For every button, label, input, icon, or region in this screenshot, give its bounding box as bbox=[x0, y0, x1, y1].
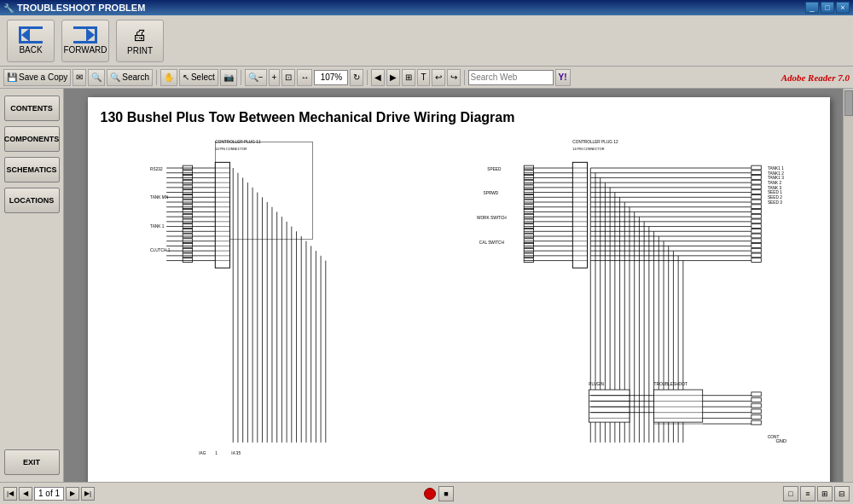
svg-text:TANK1 3: TANK1 3 bbox=[767, 176, 783, 180]
svg-rect-114 bbox=[524, 165, 533, 170]
svg-rect-250 bbox=[751, 392, 760, 397]
search-label: Search bbox=[122, 72, 149, 82]
svg-rect-32 bbox=[183, 200, 192, 204]
zoom-out-small-button[interactable]: 🔍 bbox=[88, 69, 105, 86]
email-button[interactable]: ✉ bbox=[73, 69, 86, 86]
contents-button[interactable]: CONTENTS bbox=[4, 96, 60, 121]
zoom-input[interactable] bbox=[314, 70, 348, 85]
fit-page-button[interactable]: ⊡ bbox=[281, 69, 295, 86]
locations-button[interactable]: LOCATIONS bbox=[4, 188, 60, 213]
page-number-input[interactable] bbox=[34, 487, 64, 501]
select-label: Select bbox=[191, 72, 215, 82]
print-button[interactable]: 🖨 PRINT bbox=[116, 20, 164, 62]
forward-label: FORWARD bbox=[63, 45, 107, 55]
svg-text:TANK 1: TANK 1 bbox=[150, 224, 165, 229]
scrollbar-thumb[interactable] bbox=[844, 90, 853, 116]
titlebar: 🔧 TROUBLESHOOT PROBLEM _ □ × bbox=[0, 0, 853, 15]
svg-rect-155 bbox=[751, 165, 760, 170]
record-button[interactable] bbox=[424, 488, 436, 500]
svg-rect-133 bbox=[524, 258, 533, 263]
facing-button[interactable]: ⊞ bbox=[817, 486, 833, 501]
hand-tool-button[interactable]: ✋ bbox=[160, 69, 177, 86]
back-arrow-icon bbox=[19, 26, 43, 43]
close-button[interactable]: × bbox=[836, 2, 850, 14]
separator-3 bbox=[367, 70, 368, 85]
next-page-btn[interactable]: ▶ bbox=[386, 69, 400, 86]
exit-button[interactable]: EXIT bbox=[4, 449, 60, 475]
svg-rect-124 bbox=[524, 214, 533, 218]
svg-text:SEED 1: SEED 1 bbox=[767, 190, 781, 194]
svg-rect-163 bbox=[751, 205, 760, 209]
single-page-button[interactable]: □ bbox=[783, 486, 798, 501]
yahoo-button[interactable]: Y! bbox=[555, 69, 571, 86]
svg-rect-173 bbox=[751, 253, 760, 258]
maximize-button[interactable]: □ bbox=[821, 2, 834, 14]
svg-rect-172 bbox=[751, 248, 760, 252]
next-page-button[interactable]: ▶ bbox=[66, 487, 79, 501]
svg-text:TANK 2: TANK 2 bbox=[767, 181, 781, 185]
continuous-facing-button[interactable]: ⊟ bbox=[834, 486, 850, 501]
rotate-button[interactable]: ↻ bbox=[350, 69, 363, 86]
vertical-scrollbar[interactable] bbox=[843, 89, 853, 482]
svg-rect-30 bbox=[183, 190, 192, 194]
svg-rect-166 bbox=[751, 219, 760, 223]
stop-button[interactable]: ■ bbox=[438, 486, 454, 501]
redo-button[interactable]: ↪ bbox=[447, 69, 461, 86]
snapshot-button[interactable]: 📷 bbox=[220, 69, 237, 86]
svg-rect-224 bbox=[589, 390, 630, 422]
select-button[interactable]: ↖ Select bbox=[179, 69, 218, 86]
svg-rect-255 bbox=[751, 420, 760, 425]
sidebar-bottom: EXIT bbox=[4, 449, 60, 475]
svg-rect-174 bbox=[751, 258, 760, 263]
crop-button[interactable]: ⊞ bbox=[402, 69, 415, 86]
text-select-button[interactable]: T bbox=[417, 69, 429, 86]
svg-rect-164 bbox=[751, 210, 760, 214]
continuous-page-button[interactable]: ≡ bbox=[800, 486, 815, 501]
svg-rect-162 bbox=[751, 200, 760, 204]
save-copy-button[interactable]: 💾 Save a Copy bbox=[3, 69, 71, 86]
svg-rect-134 bbox=[572, 162, 587, 268]
search-web-input[interactable] bbox=[468, 70, 554, 85]
forward-button[interactable]: FORWARD bbox=[61, 20, 109, 62]
titlebar-title: TROUBLESHOOT PROBLEM bbox=[17, 3, 145, 13]
prev-page-btn[interactable]: ◀ bbox=[371, 69, 385, 86]
search-button[interactable]: 🔍 Search bbox=[107, 69, 153, 86]
titlebar-controls: _ □ × bbox=[805, 2, 850, 14]
svg-text:CONT: CONT bbox=[767, 435, 779, 439]
svg-rect-128 bbox=[524, 234, 533, 238]
svg-rect-171 bbox=[751, 244, 760, 248]
titlebar-left: 🔧 TROUBLESHOOT PROBLEM bbox=[3, 3, 145, 13]
prev-page-button[interactable]: ◀ bbox=[19, 487, 32, 501]
wiring-diagram: RS232 TANK MN TANK 1 CLUTCH 1 bbox=[101, 134, 817, 475]
separator-4 bbox=[464, 70, 465, 85]
svg-rect-27 bbox=[183, 176, 192, 180]
fit-width-button[interactable]: ↔ bbox=[297, 69, 312, 86]
svg-rect-36 bbox=[183, 219, 192, 223]
undo-button[interactable]: ↩ bbox=[432, 69, 445, 86]
svg-rect-44 bbox=[183, 258, 192, 263]
pdf-page: 130 Bushel Plus Tow Between Mechanical D… bbox=[88, 97, 830, 482]
schematics-button[interactable]: SCHEMATICS bbox=[4, 157, 60, 182]
save-copy-label: Save a Copy bbox=[19, 72, 67, 82]
svg-text:CLUTCH 1: CLUTCH 1 bbox=[150, 248, 171, 252]
components-button[interactable]: COMPONENTS bbox=[4, 126, 60, 152]
svg-rect-25 bbox=[183, 165, 192, 170]
zoom-in-button[interactable]: + bbox=[269, 69, 281, 86]
save-icon: 💾 bbox=[7, 72, 17, 82]
svg-rect-42 bbox=[183, 248, 192, 252]
svg-rect-132 bbox=[524, 253, 533, 258]
adobe-reader-logo: Adobe Reader 7.0 bbox=[781, 72, 850, 83]
minimize-button[interactable]: _ bbox=[805, 2, 819, 14]
svg-text:TANK1 1: TANK1 1 bbox=[767, 166, 783, 171]
pdf-viewer-area[interactable]: 130 Bushel Plus Tow Between Mechanical D… bbox=[64, 89, 853, 482]
first-page-button[interactable]: |◀ bbox=[3, 487, 17, 501]
zoom-out-button[interactable]: 🔍− bbox=[245, 69, 267, 86]
svg-text:SPEED: SPEED bbox=[487, 167, 502, 171]
back-button[interactable]: BACK bbox=[7, 20, 55, 62]
last-page-button[interactable]: ▶| bbox=[81, 487, 95, 501]
svg-rect-117 bbox=[524, 180, 533, 184]
svg-text:WORK SWITCH: WORK SWITCH bbox=[476, 216, 506, 220]
svg-rect-168 bbox=[751, 229, 760, 233]
page-navigation: |◀ ◀ ▶ ▶| bbox=[3, 487, 95, 501]
svg-rect-131 bbox=[524, 248, 533, 252]
